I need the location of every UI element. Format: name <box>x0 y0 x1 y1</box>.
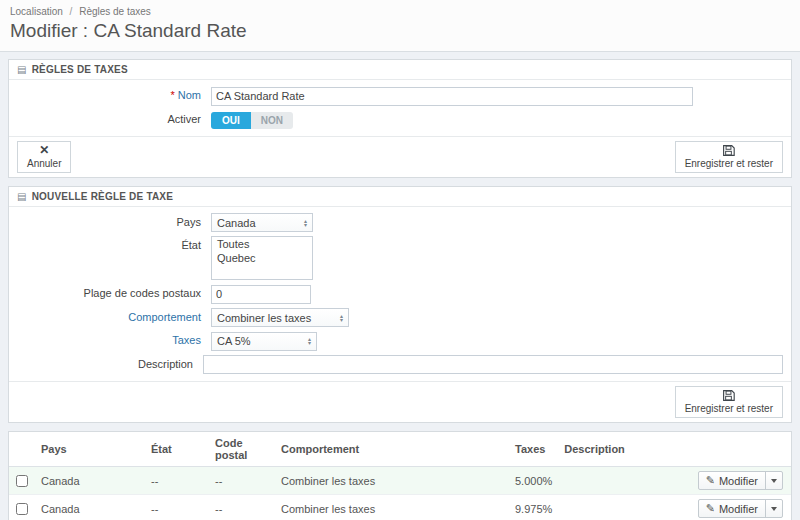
name-label: Nom <box>178 89 201 101</box>
cell-behavior: Combiner les taxes <box>275 495 509 520</box>
save-icon <box>722 389 735 402</box>
breadcrumb: Localisation / Règles de taxes <box>10 6 790 17</box>
panel-new-tax-rule-header: ▤ Nouvelle règle de taxe <box>9 187 791 207</box>
cell-tax: 5.000% <box>509 467 558 495</box>
row-checkbox[interactable] <box>16 475 28 487</box>
enabled-toggle: OUI NON <box>211 112 293 129</box>
name-label-wrap: *Nom <box>9 86 211 106</box>
cancel-icon: ✕ <box>39 144 49 157</box>
cell-state: -- <box>145 467 209 495</box>
zip-input[interactable] <box>211 285 311 304</box>
behavior-label[interactable]: Comportement <box>9 308 211 328</box>
panel-icon: ▤ <box>17 191 27 202</box>
cell-state: -- <box>145 495 209 520</box>
cancel-button[interactable]: ✕ Annuler <box>17 141 71 173</box>
zip-control <box>211 284 791 304</box>
breadcrumb-tax-rules[interactable]: Règles de taxes <box>79 6 151 17</box>
tax-rules-form: *Nom Activer OUI NON <box>9 80 791 136</box>
country-label: Pays <box>9 213 211 233</box>
form-row-enabled: Activer OUI NON <box>9 110 791 129</box>
cell-country: Canada <box>35 467 145 495</box>
table-row: Canada -- -- Combiner les taxes 9.975% ✎… <box>9 495 791 520</box>
cell-description <box>558 467 691 495</box>
toggle-off-button[interactable]: NON <box>251 112 293 129</box>
cell-description <box>558 495 691 520</box>
header-description[interactable]: Description <box>558 432 691 467</box>
panel-tax-rules-header: ▤ Règles de taxes <box>9 60 791 80</box>
state-label: État <box>9 236 211 280</box>
select-arrows-icon: ▴▾ <box>308 337 311 345</box>
cell-behavior: Combiner les taxes <box>275 467 509 495</box>
header-action-cell <box>692 432 791 467</box>
edit-label: Modifier <box>719 503 758 515</box>
tax-control: CA 5% ▴▾ <box>211 331 791 351</box>
edit-button-group: ✎ Modifier <box>698 499 783 518</box>
behavior-select[interactable]: Combiner les taxes ▴▾ <box>211 308 349 327</box>
state-control: Toutes Quebec <box>211 236 791 280</box>
edit-dropdown-toggle[interactable] <box>765 472 782 489</box>
toggle-on-button[interactable]: OUI <box>211 112 251 129</box>
tax-rules-footer: ✕ Annuler Enregistrer et rester <box>9 136 791 177</box>
header-zip[interactable]: Code postal <box>209 432 275 467</box>
description-input[interactable] <box>203 355 783 374</box>
country-control: Canada ▴▾ <box>211 213 791 233</box>
panel-new-tax-rule: ▤ Nouvelle règle de taxe Pays Canada ▴▾ … <box>8 186 792 424</box>
panel-new-tax-rule-title: Nouvelle règle de taxe <box>32 191 173 202</box>
cell-country: Canada <box>35 495 145 520</box>
tax-label[interactable]: Taxes <box>9 331 211 351</box>
name-control <box>211 86 791 106</box>
header-country[interactable]: Pays <box>35 432 145 467</box>
caret-down-icon <box>771 479 777 483</box>
table-header-row: Pays État Code postal Comportement Taxes… <box>9 432 791 467</box>
breadcrumb-separator: / <box>70 6 73 17</box>
form-row-description: Description <box>9 355 791 375</box>
panel-rules-table: Pays État Code postal Comportement Taxes… <box>8 431 792 520</box>
header-checkbox-cell <box>9 432 35 467</box>
select-arrows-icon: ▴▾ <box>340 314 343 322</box>
save-and-stay-label-1: Enregistrer et rester <box>685 158 773 169</box>
edit-dropdown-toggle[interactable] <box>765 500 782 517</box>
save-and-stay-button-1[interactable]: Enregistrer et rester <box>675 141 783 173</box>
save-icon <box>722 144 735 157</box>
new-rule-footer: Enregistrer et rester <box>9 381 791 422</box>
edit-label: Modifier <box>719 475 758 487</box>
table-row: Canada -- -- Combiner les taxes 5.000% ✎… <box>9 467 791 495</box>
header-state[interactable]: État <box>145 432 209 467</box>
edit-button[interactable]: ✎ Modifier <box>699 500 765 517</box>
page-header: Localisation / Règles de taxes Modifier … <box>0 0 800 52</box>
form-row-country: Pays Canada ▴▾ <box>9 213 791 233</box>
form-row-behavior: Comportement Combiner les taxes ▴▾ <box>9 308 791 328</box>
tax-selected-value: CA 5% <box>217 335 251 347</box>
breadcrumb-localisation[interactable]: Localisation <box>10 6 63 17</box>
behavior-selected-value: Combiner les taxes <box>217 312 311 324</box>
cancel-label: Annuler <box>27 158 61 169</box>
pencil-icon: ✎ <box>706 502 715 515</box>
state-option-quebec[interactable]: Quebec <box>212 251 312 265</box>
enabled-control: OUI NON <box>211 110 791 129</box>
header-tax[interactable]: Taxes <box>509 432 558 467</box>
form-row-name: *Nom <box>9 86 791 106</box>
rules-table: Pays État Code postal Comportement Taxes… <box>9 432 791 520</box>
name-input[interactable] <box>211 87 693 106</box>
cell-zip: -- <box>209 467 275 495</box>
cell-zip: -- <box>209 495 275 520</box>
zip-label: Plage de codes postaux <box>9 284 211 304</box>
panel-icon: ▤ <box>17 64 27 75</box>
country-select[interactable]: Canada ▴▾ <box>211 213 313 232</box>
state-listbox[interactable]: Toutes Quebec <box>211 236 313 280</box>
pencil-icon: ✎ <box>706 474 715 487</box>
state-option-toutes[interactable]: Toutes <box>212 237 312 251</box>
tax-select[interactable]: CA 5% ▴▾ <box>211 332 317 351</box>
edit-button[interactable]: ✎ Modifier <box>699 472 765 489</box>
page-title: Modifier : CA Standard Rate <box>10 20 790 42</box>
behavior-control: Combiner les taxes ▴▾ <box>211 308 791 328</box>
form-row-state: État Toutes Quebec <box>9 236 791 280</box>
edit-button-group: ✎ Modifier <box>698 471 783 490</box>
header-behavior[interactable]: Comportement <box>275 432 509 467</box>
save-and-stay-button-2[interactable]: Enregistrer et rester <box>675 386 783 418</box>
form-row-zip: Plage de codes postaux <box>9 284 791 304</box>
caret-down-icon <box>771 507 777 511</box>
select-arrows-icon: ▴▾ <box>304 219 307 227</box>
row-checkbox[interactable] <box>16 503 28 515</box>
cell-tax: 9.975% <box>509 495 558 520</box>
